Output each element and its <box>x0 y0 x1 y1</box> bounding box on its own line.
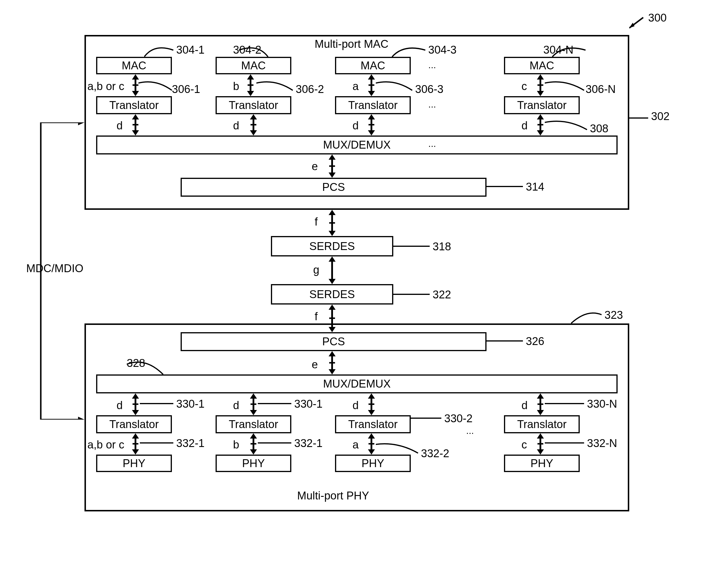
ref-332-1a: 332-1 <box>176 437 205 450</box>
sig-f-lower: f <box>315 310 318 323</box>
svg-marker-8 <box>247 91 254 96</box>
arrow-mac-trans-3 <box>366 74 377 96</box>
ref-323: 323 <box>604 309 623 321</box>
svg-marker-32 <box>537 130 544 135</box>
svg-marker-35 <box>329 154 336 160</box>
ref-306-n: 306-N <box>586 83 616 96</box>
svg-marker-79 <box>250 433 257 438</box>
ref-306-2: 306-2 <box>296 83 324 96</box>
ref-318: 318 <box>433 241 451 253</box>
svg-marker-28 <box>368 130 375 135</box>
leader-314 <box>487 181 524 192</box>
sig-c-ln: c <box>521 438 527 451</box>
ref-332-1b: 332-1 <box>294 437 322 450</box>
leader-323 <box>571 307 603 325</box>
translator-dots-lower: ... <box>466 425 474 436</box>
mac-box-2: MAC <box>215 57 291 74</box>
sig-d-l2: d <box>233 399 239 412</box>
diagram-canvas: 300 Multi-port MAC MAC MAC MAC ... MAC T… <box>0 0 728 579</box>
sig-c-n: c <box>521 80 527 93</box>
multiport-mac-title: Multi-port MAC <box>315 38 388 50</box>
mux-demux-upper: MUX/DEMUX <box>96 135 618 154</box>
ref-304-2: 304-2 <box>233 44 261 56</box>
arrow-trans-phy-l1 <box>130 433 141 455</box>
mux-dots-upper: ... <box>428 139 436 149</box>
leader-332-2 <box>376 443 419 457</box>
leader-326 <box>487 336 524 345</box>
ref-330-1b: 330-1 <box>294 398 322 410</box>
ref-304-3: 304-3 <box>428 44 457 56</box>
sig-d-ln: d <box>521 399 527 412</box>
leader-330-1b <box>258 398 293 409</box>
sig-a-l3: a <box>353 438 359 451</box>
translator-box-n-lower: Translator <box>504 415 580 433</box>
serdes-2: SERDES <box>271 284 393 304</box>
svg-marker-67 <box>368 394 375 399</box>
phy-box-2: PHY <box>215 455 291 472</box>
ref-330-n: 330-N <box>587 398 617 410</box>
svg-marker-84 <box>368 449 375 455</box>
svg-marker-4 <box>132 91 139 96</box>
arrow-trans-phy-l3 <box>366 433 377 455</box>
leader-302 <box>629 114 650 122</box>
ref-304-n: 304-N <box>543 44 574 56</box>
svg-marker-11 <box>368 74 375 79</box>
svg-marker-60 <box>132 410 139 415</box>
arrow-pcs-mux-lower <box>326 351 338 374</box>
arrow-trans-mux-1 <box>130 114 141 135</box>
svg-marker-27 <box>368 114 375 120</box>
ref-322: 322 <box>433 288 451 301</box>
svg-marker-1 <box>629 23 634 28</box>
sig-e-upper: e <box>312 160 318 173</box>
arrow-trans-mux-2 <box>248 114 259 135</box>
svg-marker-87 <box>537 433 544 438</box>
mac-dots: ... <box>428 60 436 71</box>
figure-ref-300-text: 300 <box>648 12 667 24</box>
mac-box-1: MAC <box>96 57 172 74</box>
leader-332-n <box>545 437 586 449</box>
sig-g: g <box>313 264 319 276</box>
svg-marker-20 <box>132 130 139 135</box>
leader-306-n <box>545 80 586 96</box>
svg-marker-99 <box>78 122 84 125</box>
svg-marker-101 <box>78 417 84 420</box>
leader-308 <box>545 120 589 135</box>
ref-332-n: 332-N <box>587 437 617 450</box>
svg-marker-31 <box>537 114 544 120</box>
svg-marker-3 <box>132 74 139 79</box>
ref-328: 328 <box>127 357 145 370</box>
leader-330-1a <box>140 398 175 409</box>
pcs-upper: PCS <box>181 178 487 197</box>
svg-marker-46 <box>329 256 336 262</box>
arrow-trans-mux-n <box>535 114 546 135</box>
svg-marker-47 <box>329 279 336 284</box>
sig-d-3: d <box>353 120 359 132</box>
multiport-phy-title: Multi-port PHY <box>297 489 369 502</box>
svg-marker-75 <box>132 433 139 438</box>
svg-marker-56 <box>329 369 336 374</box>
translator-box-2-upper: Translator <box>215 96 291 114</box>
sig-b-2: b <box>233 80 239 93</box>
svg-marker-59 <box>132 394 139 399</box>
svg-marker-76 <box>132 449 139 455</box>
leader-306-1 <box>138 80 173 96</box>
phy-box-1: PHY <box>96 455 172 472</box>
translator-box-1-upper: Translator <box>96 96 172 114</box>
mac-box-3: MAC <box>335 57 411 74</box>
arrow-mux-trans-l1 <box>130 394 141 415</box>
translator-box-2-lower: Translator <box>215 415 291 433</box>
arrow-trans-phy-ln <box>535 433 546 455</box>
arrow-trans-phy-l2 <box>248 433 259 455</box>
sig-a-3: a <box>353 80 359 93</box>
serdes-1: SERDES <box>271 236 393 256</box>
svg-marker-19 <box>132 114 139 120</box>
leader-304-3 <box>392 44 427 58</box>
ref-308: 308 <box>590 122 608 135</box>
leader-332-1b <box>258 437 293 449</box>
ref-306-1: 306-1 <box>172 83 200 96</box>
mdcmdio-line <box>29 122 87 420</box>
svg-marker-24 <box>250 130 257 135</box>
svg-marker-88 <box>537 449 544 455</box>
ref-314: 314 <box>526 181 544 193</box>
svg-marker-72 <box>537 410 544 415</box>
